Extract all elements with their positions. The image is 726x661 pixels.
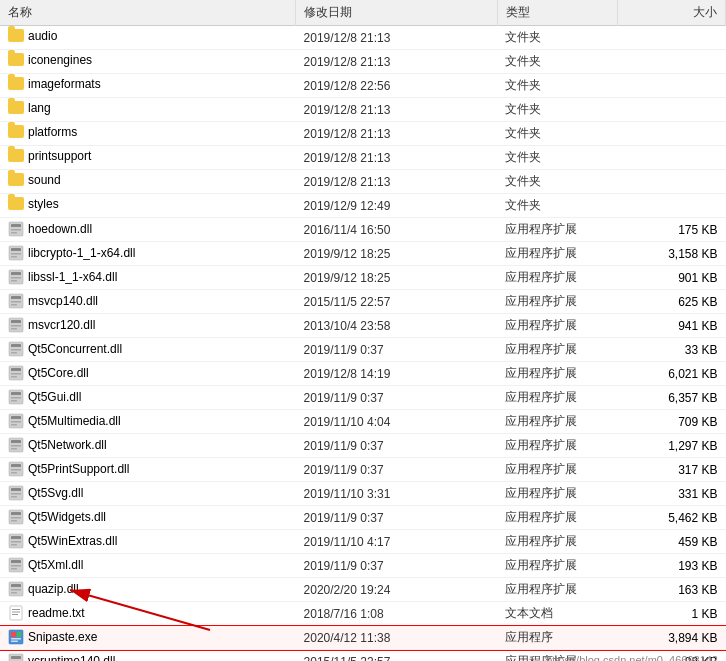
file-size [618,98,726,122]
svg-rect-25 [11,368,21,371]
file-name[interactable]: Qt5WinExtras.dll [0,530,220,552]
table-row[interactable]: Qt5Multimedia.dll 2019/11/10 4:04 应用程序扩展… [0,410,726,434]
file-name[interactable]: iconengines [0,50,220,70]
table-row[interactable]: msvcr120.dll 2013/10/4 23:58 应用程序扩展 941 … [0,314,726,338]
table-row[interactable]: readme.txt 2018/7/16 1:08 文本文档 1 KB [0,602,726,626]
svg-rect-2 [11,229,21,231]
file-type: 应用程序扩展 [497,434,618,458]
file-name[interactable]: imageformats [0,74,220,94]
file-name[interactable]: libcrypto-1_1-x64.dll [0,242,220,264]
table-row[interactable]: msvcp140.dll 2015/11/5 22:57 应用程序扩展 625 … [0,290,726,314]
table-row[interactable]: platforms 2019/12/8 21:13 文件夹 [0,122,726,146]
file-name[interactable]: styles [0,194,220,214]
svg-rect-6 [11,253,21,255]
table-row[interactable]: quazip.dll 2020/2/20 19:24 应用程序扩展 163 KB [0,578,726,602]
svg-rect-21 [11,344,21,347]
file-size: 5,462 KB [618,506,726,530]
file-date: 2020/2/20 19:24 [296,578,498,602]
file-name[interactable]: Qt5Network.dll [0,434,220,456]
file-type: 应用程序扩展 [497,362,618,386]
table-row[interactable]: Qt5PrintSupport.dll 2019/11/9 0:37 应用程序扩… [0,458,726,482]
file-name[interactable]: Qt5Xml.dll [0,554,220,576]
svg-rect-43 [11,472,17,474]
file-size: 6,357 KB [618,386,726,410]
file-name[interactable]: Qt5Widgets.dll [0,506,220,528]
file-name[interactable]: Qt5Multimedia.dll [0,410,220,432]
table-row[interactable]: iconengines 2019/12/8 21:13 文件夹 [0,50,726,74]
file-size: 1 KB [618,602,726,626]
file-name[interactable]: printsupport [0,146,220,166]
file-date: 2019/11/9 0:37 [296,434,498,458]
table-row[interactable]: Qt5Gui.dll 2019/11/9 0:37 应用程序扩展 6,357 K… [0,386,726,410]
file-name[interactable]: Qt5Svg.dll [0,482,220,504]
table-row[interactable]: printsupport 2019/12/8 21:13 文件夹 [0,146,726,170]
file-date: 2019/11/9 0:37 [296,338,498,362]
file-date: 2018/7/16 1:08 [296,602,498,626]
svg-rect-37 [11,440,21,443]
table-row[interactable]: imageformats 2019/12/8 22:56 文件夹 [0,74,726,98]
table-row[interactable]: audio 2019/12/8 21:13 文件夹 [0,26,726,50]
file-name[interactable]: readme.txt [0,602,220,624]
file-name[interactable]: vcruntime140.dll [0,650,220,661]
file-type: 文件夹 [497,146,618,170]
table-row[interactable]: Qt5Widgets.dll 2019/11/9 0:37 应用程序扩展 5,4… [0,506,726,530]
table-row[interactable]: Qt5Concurrent.dll 2019/11/9 0:37 应用程序扩展 … [0,338,726,362]
table-row[interactable]: styles 2019/12/9 12:49 文件夹 [0,194,726,218]
svg-rect-23 [11,352,17,354]
file-date: 2019/12/8 14:19 [296,362,498,386]
file-type: 应用程序扩展 [497,242,618,266]
svg-rect-53 [11,536,21,539]
file-date: 2019/12/9 12:49 [296,194,498,218]
svg-rect-46 [11,493,21,495]
svg-rect-26 [11,373,21,375]
svg-rect-49 [11,512,21,515]
table-row[interactable]: Qt5Network.dll 2019/11/9 0:37 应用程序扩展 1,2… [0,434,726,458]
header-size[interactable]: 大小 [618,0,726,26]
table-row[interactable]: Qt5Svg.dll 2019/11/10 3:31 应用程序扩展 331 KB [0,482,726,506]
file-name[interactable]: quazip.dll [0,578,220,600]
table-row[interactable]: libcrypto-1_1-x64.dll 2019/9/12 18:25 应用… [0,242,726,266]
header-type[interactable]: 类型 [497,0,618,26]
table-row[interactable]: sound 2019/12/8 21:13 文件夹 [0,170,726,194]
file-name[interactable]: Qt5Core.dll [0,362,220,384]
table-row[interactable]: libssl-1_1-x64.dll 2019/9/12 18:25 应用程序扩… [0,266,726,290]
file-type: 文件夹 [497,50,618,74]
file-date: 2019/11/10 4:17 [296,530,498,554]
file-name[interactable]: hoedown.dll [0,218,220,240]
table-row[interactable]: hoedown.dll 2016/11/4 16:50 应用程序扩展 175 K… [0,218,726,242]
file-type: 应用程序扩展 [497,410,618,434]
svg-rect-34 [11,421,21,423]
file-name[interactable]: Qt5Gui.dll [0,386,220,408]
table-row[interactable]: Qt5Core.dll 2019/12/8 14:19 应用程序扩展 6,021… [0,362,726,386]
table-row[interactable]: Qt5WinExtras.dll 2019/11/10 4:17 应用程序扩展 … [0,530,726,554]
file-name[interactable]: lang [0,98,220,118]
file-size: 6,021 KB [618,362,726,386]
file-name[interactable]: audio [0,26,220,46]
file-name[interactable]: Qt5PrintSupport.dll [0,458,220,480]
file-size [618,194,726,218]
table-row[interactable]: lang 2019/12/8 21:13 文件夹 [0,98,726,122]
file-type: 应用程序扩展 [497,554,618,578]
file-name[interactable]: Snipaste.exe [0,626,220,648]
file-name[interactable]: msvcp140.dll [0,290,220,312]
file-name[interactable]: Qt5Concurrent.dll [0,338,220,360]
svg-rect-59 [11,568,17,570]
header-name[interactable]: 名称 [0,0,296,26]
file-type: 应用程序扩展 [497,458,618,482]
svg-rect-14 [11,301,21,303]
file-name[interactable]: msvcr120.dll [0,314,220,336]
svg-rect-51 [11,520,17,522]
file-type: 应用程序扩展 [497,314,618,338]
file-name[interactable]: platforms [0,122,220,142]
file-name[interactable]: libssl-1_1-x64.dll [0,266,220,288]
table-row[interactable]: Qt5Xml.dll 2019/11/9 0:37 应用程序扩展 193 KB [0,554,726,578]
file-size [618,50,726,74]
watermark-text: https://blog.csdn.net/m0_46698142 [546,654,718,661]
svg-rect-5 [11,248,21,251]
file-name[interactable]: sound [0,170,220,190]
file-size: 941 KB [618,314,726,338]
table-row[interactable]: Snipaste.exe 2020/4/12 11:38 应用程序 3,894 … [0,626,726,650]
svg-rect-19 [11,328,17,330]
header-date[interactable]: 修改日期 [296,0,498,26]
svg-rect-45 [11,488,21,491]
